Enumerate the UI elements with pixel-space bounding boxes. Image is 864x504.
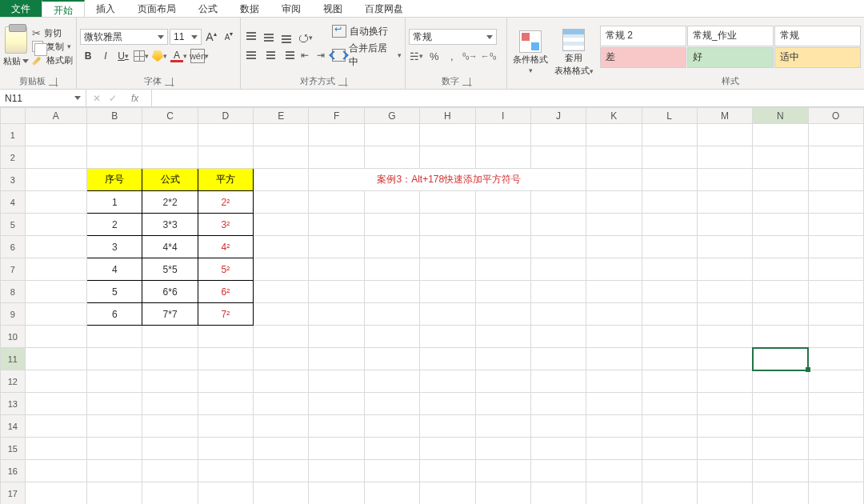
cell[interactable] [364, 191, 419, 214]
cell[interactable] [753, 236, 808, 258]
cell[interactable] [642, 438, 697, 460]
cell[interactable] [25, 348, 87, 370]
cell[interactable] [530, 191, 586, 214]
tab-baidu-disk[interactable]: 百度网盘 [354, 0, 414, 17]
cell[interactable] [309, 236, 364, 258]
cell[interactable] [475, 393, 530, 415]
col-header-B[interactable]: B [87, 108, 142, 124]
underline-button[interactable]: U▾ [115, 48, 131, 64]
paste-icon[interactable] [5, 26, 27, 54]
cut-button[interactable]: ✂ 剪切 [32, 27, 73, 39]
formula-input[interactable] [152, 90, 864, 106]
cell[interactable] [753, 393, 808, 415]
cell[interactable] [808, 146, 863, 169]
cell[interactable] [420, 124, 475, 146]
cell[interactable] [87, 438, 142, 460]
cell[interactable] [753, 482, 808, 505]
cell[interactable] [530, 303, 586, 326]
cell[interactable] [254, 348, 309, 370]
cell[interactable] [808, 258, 863, 281]
cell[interactable] [475, 326, 530, 348]
cell[interactable] [25, 214, 87, 236]
cell[interactable] [420, 482, 475, 505]
spreadsheet-grid[interactable]: A B C D E F G H I J K L M N O 123序号公式平方案… [0, 107, 864, 504]
cell[interactable]: 7*7 [142, 303, 198, 326]
cell[interactable] [642, 191, 697, 214]
cell[interactable] [586, 482, 642, 505]
cell[interactable] [254, 281, 309, 303]
cell[interactable]: 5 [87, 281, 142, 303]
cell[interactable] [198, 124, 253, 146]
cell[interactable] [254, 214, 309, 236]
dialog-launcher-icon[interactable] [462, 78, 470, 86]
cell[interactable] [25, 169, 87, 191]
comma-style-button[interactable]: , [444, 48, 460, 64]
row-header-12[interactable]: 12 [1, 370, 26, 393]
cell[interactable] [25, 236, 87, 258]
increase-decimal-button[interactable]: ⁰₀→ [462, 48, 478, 64]
cell[interactable] [586, 124, 642, 146]
cell[interactable] [254, 236, 309, 258]
cell[interactable] [364, 146, 419, 169]
cancel-icon[interactable]: ✕ [93, 93, 101, 104]
cell[interactable] [25, 326, 87, 348]
cell[interactable] [697, 460, 752, 482]
cell[interactable] [697, 258, 752, 281]
cell[interactable] [642, 236, 697, 258]
style-normal-hw[interactable]: 常规_作业 [687, 26, 774, 46]
cell[interactable] [364, 438, 419, 460]
cell[interactable] [697, 482, 752, 505]
cell[interactable] [254, 146, 309, 169]
tab-view[interactable]: 视图 [312, 0, 354, 17]
cell[interactable] [642, 169, 697, 191]
cell[interactable] [753, 370, 808, 393]
copy-button[interactable]: 复制 ▾ [32, 41, 73, 53]
cell[interactable] [87, 348, 142, 370]
col-header-A[interactable]: A [25, 108, 87, 124]
tab-formulas[interactable]: 公式 [187, 0, 229, 17]
cell[interactable]: 4*4 [142, 236, 198, 258]
cell[interactable] [753, 191, 808, 214]
cell[interactable] [475, 303, 530, 326]
cell[interactable] [642, 348, 697, 370]
row-header-13[interactable]: 13 [1, 393, 26, 415]
cell[interactable]: 2² [198, 191, 253, 214]
cell[interactable]: 4² [198, 236, 253, 258]
cell[interactable] [586, 191, 642, 214]
cell[interactable] [364, 124, 419, 146]
percent-button[interactable]: % [426, 48, 442, 64]
cell[interactable] [198, 460, 253, 482]
cell[interactable] [475, 415, 530, 438]
cell[interactable] [420, 191, 475, 214]
cell[interactable] [87, 146, 142, 169]
cell[interactable] [142, 124, 198, 146]
cell[interactable] [642, 482, 697, 505]
cell[interactable]: 6² [198, 281, 253, 303]
cell[interactable] [642, 146, 697, 169]
cell[interactable]: 7² [198, 303, 253, 326]
style-neutral[interactable]: 适中 [774, 47, 861, 68]
col-header-G[interactable]: G [364, 108, 419, 124]
dialog-launcher-icon[interactable] [49, 78, 57, 86]
wrap-text-button[interactable]: 自动换行 [332, 25, 401, 38]
col-header-E[interactable]: E [254, 108, 309, 124]
cell[interactable] [697, 146, 752, 169]
cell[interactable] [420, 146, 475, 169]
cell[interactable] [808, 303, 863, 326]
cell[interactable] [586, 236, 642, 258]
row-header-11[interactable]: 11 [1, 348, 26, 370]
cell[interactable] [420, 348, 475, 370]
cell[interactable] [87, 460, 142, 482]
cell[interactable] [697, 326, 752, 348]
cell[interactable] [364, 258, 419, 281]
cell[interactable] [697, 438, 752, 460]
cell[interactable] [420, 258, 475, 281]
cell[interactable] [753, 169, 808, 191]
cell[interactable] [642, 214, 697, 236]
cell[interactable] [364, 236, 419, 258]
cell[interactable] [254, 370, 309, 393]
cell[interactable] [142, 438, 198, 460]
cell[interactable] [198, 438, 253, 460]
cell[interactable] [475, 482, 530, 505]
italic-button[interactable]: I [98, 48, 114, 64]
